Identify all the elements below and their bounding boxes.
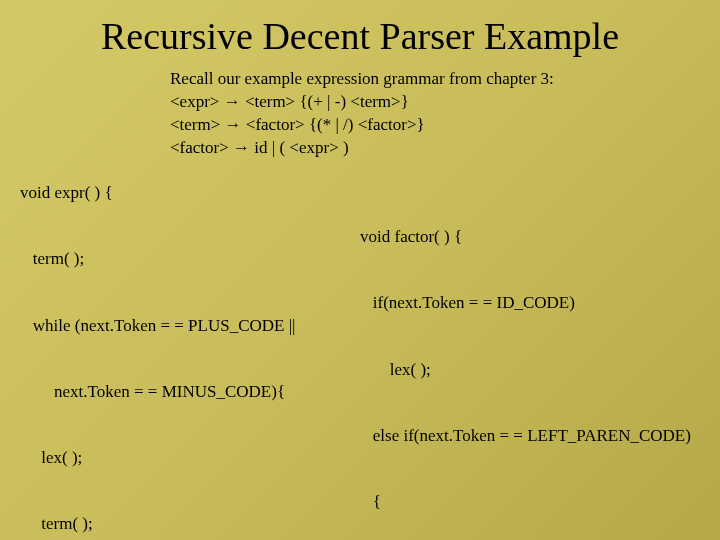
code-line: void expr( ) { [20, 182, 360, 204]
code-line: else if(next.Token = = LEFT_PAREN_CODE) [360, 425, 700, 447]
page-title: Recursive Decent Parser Example [20, 14, 700, 58]
code-line: { [360, 491, 700, 513]
code-line: void factor( ) { [360, 226, 700, 248]
code-line: if(next.Token = = ID_CODE) [360, 292, 700, 314]
code-line: lex( ); [20, 447, 360, 469]
code-line: term( ); [20, 513, 360, 535]
code-columns: void expr( ) { term( ); while (next.Toke… [20, 138, 700, 540]
code-left-column: void expr( ) { term( ); while (next.Toke… [20, 138, 360, 540]
code-right-column: void factor( ) { if(next.Token = = ID_CO… [360, 182, 700, 540]
code-line: lex( ); [360, 359, 700, 381]
code-line: next.Token = = MINUS_CODE){ [20, 381, 360, 403]
code-line: while (next.Token = = PLUS_CODE || [20, 315, 360, 337]
grammar-rule-term: <term> → <factor> {(* | /) <factor>} [170, 114, 700, 137]
code-line: term( ); [20, 248, 360, 270]
grammar-intro: Recall our example expression grammar fr… [170, 68, 700, 91]
grammar-rule-expr: <expr> → <term> {(+ | -) <term>} [170, 91, 700, 114]
slide: Recursive Decent Parser Example Recall o… [0, 0, 720, 540]
